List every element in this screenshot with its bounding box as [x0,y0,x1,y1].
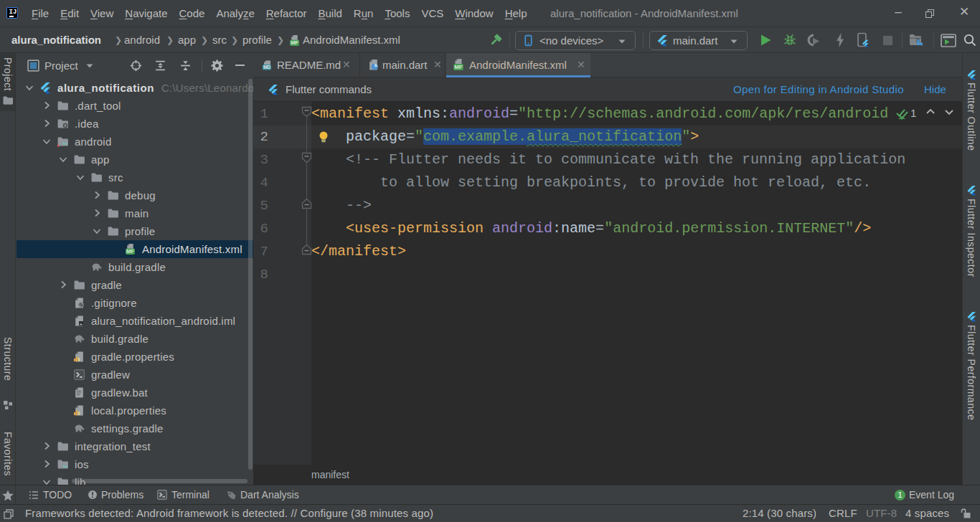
svg-text:MF: MF [126,248,134,255]
svg-text:MF: MF [454,64,463,70]
svg-text:MD: MD [263,65,270,70]
svg-text:MF: MF [291,39,298,46]
